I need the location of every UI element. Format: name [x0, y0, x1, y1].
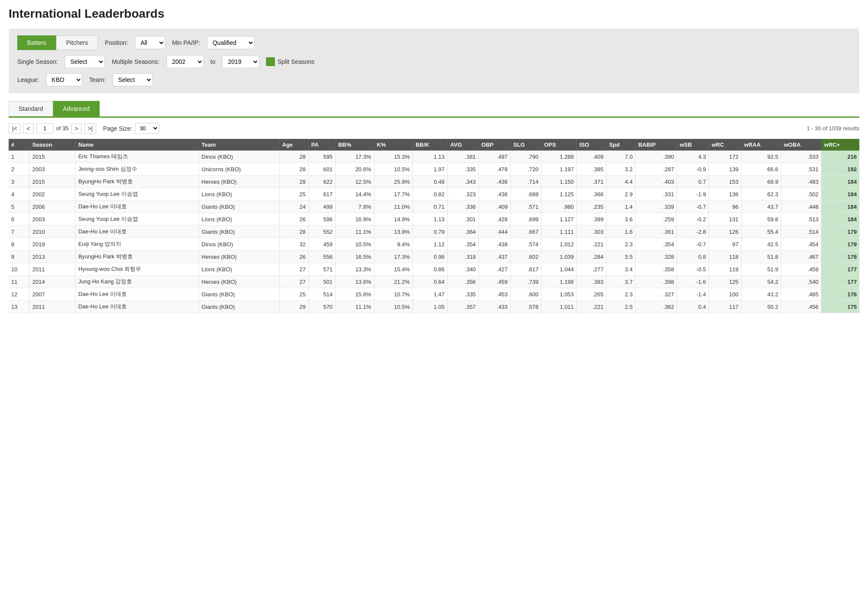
table-row: 22003Jeong-soo Shim 심정수Unicorns (KBO)286…	[9, 163, 859, 176]
col-header-iso[interactable]: ISO	[577, 139, 607, 151]
table-cell: 570	[308, 301, 335, 313]
split-seasons-toggle[interactable]: Split Seasons	[266, 57, 314, 66]
table-cell: .259	[635, 213, 677, 226]
table-cell: 126	[709, 226, 741, 238]
col-header-ops[interactable]: OPS	[541, 139, 577, 151]
table-cell: 3.2	[606, 163, 635, 176]
col-header-bbk[interactable]: BB/K	[413, 139, 447, 151]
table-cell: 1.288	[541, 151, 577, 163]
col-header-bb[interactable]: BB%	[335, 139, 374, 151]
table-cell: 5	[9, 201, 29, 213]
team-select[interactable]: Select	[113, 73, 153, 86]
table-cell: .574	[510, 238, 541, 251]
col-header-wrcplus[interactable]: wRC+	[821, 139, 859, 151]
table-cell: 51.9	[741, 263, 781, 276]
col-header-team[interactable]: Team	[199, 139, 280, 151]
col-header-pa[interactable]: PA	[308, 139, 335, 151]
col-header-spd[interactable]: Spd	[606, 139, 635, 151]
table-cell: .790	[510, 151, 541, 163]
minpaip-select[interactable]: Qualified	[207, 36, 255, 49]
col-header-wrc[interactable]: wRC	[709, 139, 741, 151]
table-row: 92013ByungHo Park 박병호Heroes (KBO)2655616…	[9, 251, 859, 263]
table-cell: Lions (KBO)	[199, 213, 280, 226]
table-cell: 28	[280, 151, 309, 163]
table-cell: .485	[781, 288, 821, 301]
position-select[interactable]: All	[135, 36, 165, 49]
first-page-button[interactable]: |<	[9, 123, 21, 134]
table-cell: .357	[447, 301, 478, 313]
col-header-wsb[interactable]: wSB	[677, 139, 709, 151]
advanced-tab[interactable]: Advanced	[53, 101, 100, 116]
col-header-name[interactable]: Name	[75, 139, 199, 151]
table-cell: .354	[635, 238, 677, 251]
standard-tab[interactable]: Standard	[9, 101, 53, 116]
table-cell: 2002	[29, 188, 75, 201]
table-cell: 24	[280, 201, 309, 213]
table-cell: 28	[280, 226, 309, 238]
of-pages-label: of 35	[56, 125, 69, 132]
table-cell: 3.4	[606, 263, 635, 276]
table-cell: .502	[781, 188, 821, 201]
batters-tab[interactable]: Batters	[17, 35, 56, 50]
table-cell: .436	[478, 176, 510, 188]
page-number-input[interactable]: 1	[36, 123, 53, 133]
table-cell: .366	[577, 188, 607, 201]
table-cell: Dinos (KBO)	[199, 151, 280, 163]
table-row: 62003Seung Yuop Lee 이승엽Lions (KBO)265961…	[9, 213, 859, 226]
league-label: League:	[17, 76, 39, 83]
table-cell: .571	[510, 201, 541, 213]
col-header-avg[interactable]: AVG	[447, 139, 478, 151]
col-header-woba[interactable]: wOBA	[781, 139, 821, 151]
table-cell: Seung Yuop Lee 이승엽	[75, 188, 199, 201]
col-header-age[interactable]: Age	[280, 139, 309, 151]
table-cell: .667	[510, 226, 541, 238]
table-cell: 501	[308, 276, 335, 288]
table-cell: 13.3%	[335, 263, 374, 276]
single-season-select[interactable]: Select	[65, 55, 105, 68]
col-header-obp[interactable]: OBP	[478, 139, 510, 151]
table-cell: -0.5	[677, 263, 709, 276]
table-cell: 13.9%	[374, 226, 413, 238]
last-page-button[interactable]: >|	[84, 123, 96, 134]
table-cell: 0.64	[413, 276, 447, 288]
table-cell: 54.2	[741, 276, 781, 288]
table-cell: 25	[280, 288, 309, 301]
table-cell: 11.0%	[374, 201, 413, 213]
table-cell: .497	[478, 151, 510, 163]
table-cell: .277	[577, 263, 607, 276]
col-header-wraa[interactable]: wRAA	[741, 139, 781, 151]
table-cell: 42.5	[741, 238, 781, 251]
table-cell: 2015	[29, 151, 75, 163]
table-row: 42002Seung Yuop Lee 이승엽Lions (KBO)256171…	[9, 188, 859, 201]
season-to-select[interactable]: 2019	[222, 55, 259, 68]
col-header-k[interactable]: K%	[374, 139, 413, 151]
table-cell: 192	[821, 163, 859, 176]
col-header-season[interactable]: Season	[29, 139, 75, 151]
table-cell: 2.3	[606, 238, 635, 251]
season-from-select[interactable]: 2002	[167, 55, 204, 68]
league-select[interactable]: KBO	[46, 73, 82, 86]
table-cell: 10.5%	[335, 238, 374, 251]
table-cell: Dae-Ho Lee 이대호	[75, 301, 199, 313]
table-cell: -0.9	[677, 163, 709, 176]
prev-page-button[interactable]: <	[23, 123, 34, 134]
col-header-babip[interactable]: BABIP	[635, 139, 677, 151]
table-row: 112014Jung Ho Kang 강정호Heroes (KBO)275011…	[9, 276, 859, 288]
table-cell: .409	[577, 151, 607, 163]
table-cell: .448	[781, 201, 821, 213]
table-cell: 10.5%	[374, 301, 413, 313]
col-header-slg[interactable]: SLG	[510, 139, 541, 151]
table-cell: .437	[478, 251, 510, 263]
table-cell: Lions (KBO)	[199, 263, 280, 276]
table-cell: Dinos (KBO)	[199, 238, 280, 251]
team-label: Team:	[89, 76, 106, 83]
table-cell: Euiji Yang 양의지	[75, 238, 199, 251]
table-cell: 13.6%	[335, 276, 374, 288]
pitchers-tab[interactable]: Pitchers	[56, 35, 98, 50]
table-cell: .409	[478, 201, 510, 213]
table-cell: 177	[821, 276, 859, 288]
table-cell: 3.7	[606, 276, 635, 288]
table-cell: 7	[9, 226, 29, 238]
next-page-button[interactable]: >	[71, 123, 82, 134]
page-size-select[interactable]: 30 50 100	[135, 123, 159, 134]
